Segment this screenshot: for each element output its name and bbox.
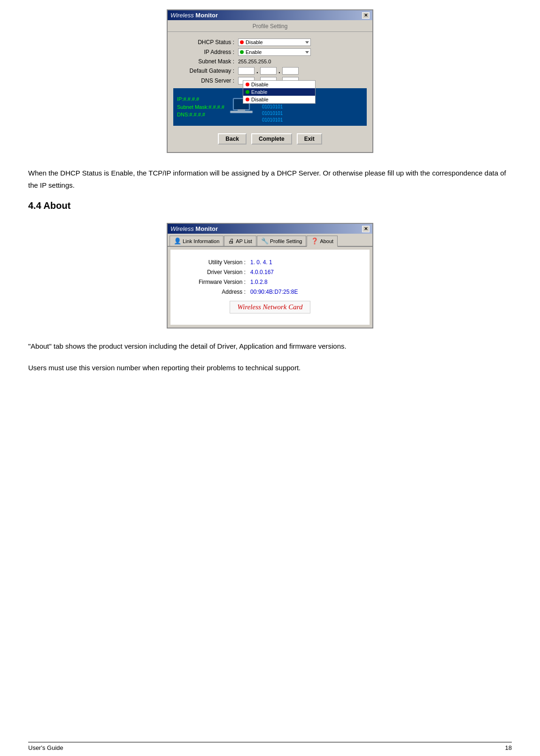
address-label: Address :: [180, 289, 246, 295]
dialog1-body: DHCP Status : Disable IP Address : Enabl…: [168, 36, 372, 152]
gateway-dot1: .: [256, 67, 258, 75]
default-gateway-label: Default Gateway :: [173, 68, 234, 74]
dhcp-value: Disable: [246, 39, 263, 45]
profile-setting-icon: 🔧: [261, 237, 269, 244]
info-subnet: Subnet Mask:#.#.#.#: [177, 103, 224, 111]
option-label-enable: Enable: [251, 89, 267, 95]
dialog1-title: Wireless Monitor: [170, 12, 218, 19]
section-heading-about: 4.4 About: [28, 200, 512, 211]
dns-server-label: DNS Server :: [173, 77, 234, 84]
ip-address-row: IP Address : Enable Disable: [173, 48, 367, 56]
driver-version-label: Driver Version :: [180, 269, 246, 275]
dhcp-status-row: DHCP Status : Disable: [173, 38, 367, 46]
svg-rect-2: [230, 111, 253, 113]
back-button[interactable]: Back: [218, 133, 247, 145]
dialog2-tabs: 👤 Link Information 🖨 AP List 🔧 Profile S…: [168, 234, 372, 247]
paragraph2-line1: "About" tab shows the product version in…: [28, 340, 512, 352]
dialog1-close-button[interactable]: ✕: [362, 12, 370, 19]
tab-link-info-label: Link Information: [183, 238, 219, 244]
option-label-disable1: Disable: [251, 82, 269, 87]
utility-version-label: Utility Version :: [180, 259, 246, 266]
subnet-mask-label: Subnet Mask :: [173, 58, 234, 65]
dialog2-container: Wireless Monitor ✕ 👤 Link Information 🖨 …: [28, 223, 512, 328]
dropdown-option-disable2[interactable]: Disable: [243, 96, 315, 103]
tab-about-label: About: [320, 238, 333, 244]
dropdown-open-list: Disable Enable Disable: [243, 80, 316, 104]
dialog2-box: Wireless Monitor ✕ 👤 Link Information 🖨 …: [167, 223, 373, 328]
option-label-disable2: Disable: [251, 97, 269, 102]
firmware-version-label: Firmware Version :: [180, 279, 246, 285]
tab-profile-setting[interactable]: 🔧 Profile Setting: [257, 236, 306, 246]
option-dot-disable1: [246, 83, 249, 86]
exit-button[interactable]: Exit: [297, 133, 322, 145]
footer: User's Guide 18: [28, 742, 512, 751]
paragraph2-line2: Users must use this version number when …: [28, 362, 512, 374]
gateway-oct2[interactable]: [260, 67, 277, 75]
utility-version-row: Utility Version : 1. 0. 4. 1: [180, 259, 360, 266]
firmware-version-row: Firmware Version : 1.0.2.8: [180, 279, 360, 285]
tab-link-information[interactable]: 👤 Link Information: [170, 236, 224, 246]
dialog1-titlebar: Wireless Monitor ✕: [168, 10, 372, 20]
gateway-dot2: .: [278, 67, 280, 75]
dialog2-titlebar: Wireless Monitor ✕: [168, 224, 372, 234]
tab-profile-setting-label: Profile Setting: [270, 238, 302, 244]
ip-address-label: IP Address :: [173, 49, 234, 55]
tab-about[interactable]: ❓ About: [307, 236, 338, 247]
paragraph1: When the DHCP Status is Enable, the TCP/…: [28, 167, 512, 191]
ip-value: Enable: [246, 49, 262, 55]
dialog2-close-button[interactable]: ✕: [362, 226, 370, 232]
dialog1-buttons: Back Complete Exit: [173, 130, 367, 147]
dialog1-info-text: IP:#.#.#.# Subnet Mask:#.#.#.# DNS:#.#.#…: [177, 95, 224, 119]
option-dot-enable: [246, 90, 249, 94]
footer-page: 18: [505, 744, 512, 751]
tab-ap-list[interactable]: 🖨 AP List: [224, 236, 256, 246]
ip-address-dropdown[interactable]: Enable: [238, 48, 311, 56]
utility-version-value: 1. 0. 4. 1: [250, 259, 272, 266]
address-value: 00:90:4B:D7:25:8E: [250, 289, 298, 295]
wireless-banner-text: Wireless Network Card: [230, 301, 311, 313]
default-gateway-row: Default Gateway : . .: [173, 67, 367, 75]
link-info-icon: 👤: [174, 237, 181, 244]
subnet-value: 255.255.255.0: [238, 59, 271, 64]
driver-version-value: 4.0.0.167: [250, 269, 274, 275]
subnet-mask-row: Subnet Mask : 255.255.255.0: [173, 58, 367, 65]
dhcp-dropdown-arrow: [305, 41, 309, 44]
gateway-inputs: . .: [238, 67, 299, 75]
dialog1-box: Wireless Monitor ✕ Profile Setting DHCP …: [167, 9, 373, 153]
info-ip: IP:#.#.#.#: [177, 95, 224, 103]
svg-rect-3: [238, 109, 245, 111]
dialog1-container: Wireless Monitor ✕ Profile Setting DHCP …: [28, 9, 512, 153]
about-body: Utility Version : 1. 0. 4. 1 Driver Vers…: [170, 250, 370, 325]
gateway-oct1[interactable]: [238, 67, 255, 75]
driver-version-row: Driver Version : 4.0.0.167: [180, 269, 360, 275]
option-dot-disable2: [246, 98, 249, 101]
complete-button[interactable]: Complete: [251, 133, 292, 145]
dialog2-title: Wireless Monitor: [170, 225, 218, 232]
dhcp-dot: [240, 40, 244, 44]
dropdown-option-enable[interactable]: Enable: [243, 88, 315, 96]
dhcp-status-dropdown[interactable]: Disable: [238, 38, 311, 46]
info-dns: DNS:#.#.#.#: [177, 111, 224, 119]
gateway-oct3[interactable]: [282, 67, 299, 75]
dialog1-section-title: Profile Setting: [168, 20, 372, 32]
ip-dropdown-arrow: [305, 51, 309, 53]
footer-label: User's Guide: [28, 744, 63, 751]
address-row: Address : 00:90:4B:D7:25:8E: [180, 289, 360, 295]
tab-ap-list-label: AP List: [236, 238, 252, 244]
ip-dot: [240, 50, 244, 54]
dropdown-option-disable1[interactable]: Disable: [243, 81, 315, 88]
ap-list-icon: 🖨: [228, 237, 234, 244]
dhcp-status-label: DHCP Status :: [173, 39, 234, 46]
wireless-banner: Wireless Network Card: [180, 301, 360, 313]
subnet-mask-inputs: 255.255.255.0: [238, 59, 271, 64]
firmware-version-value: 1.0.2.8: [250, 279, 268, 285]
about-icon: ❓: [311, 237, 318, 244]
